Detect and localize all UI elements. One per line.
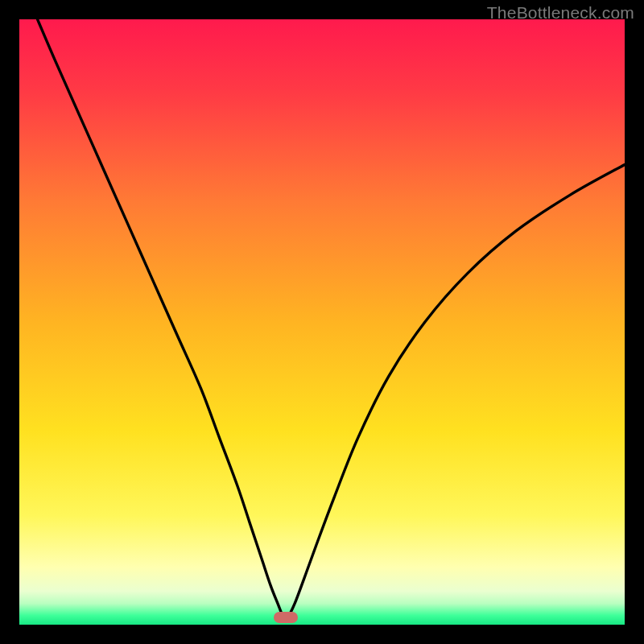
bottleneck-curve (19, 19, 625, 625)
watermark-text: TheBottleneck.com (487, 3, 634, 23)
optimum-marker (274, 612, 298, 623)
plot-area (19, 19, 625, 625)
outer-frame: TheBottleneck.com (0, 0, 644, 644)
